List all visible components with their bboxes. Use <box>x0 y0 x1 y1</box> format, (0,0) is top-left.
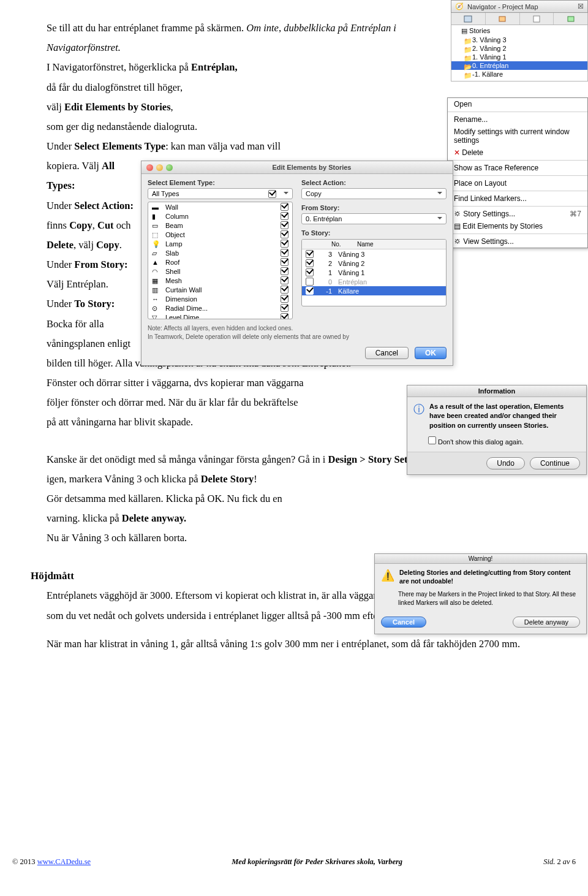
footer-link[interactable]: www.CADedu.se <box>37 857 91 866</box>
tree-item[interactable]: 📁1. Våning 1 <box>451 53 587 61</box>
info-titlebar[interactable]: Information <box>407 385 586 397</box>
checkbox[interactable] <box>281 221 288 229</box>
continue-button[interactable]: Continue <box>530 457 580 469</box>
traffic-close-icon[interactable] <box>146 164 153 171</box>
menu-trace-reference[interactable]: Show as Trace Reference <box>448 162 587 174</box>
menu-modify-settings[interactable]: Modify settings with current window sett… <box>448 126 587 146</box>
dialog-title: Edit Elements by Stories <box>176 164 448 171</box>
radial-dim-icon: ⊙ <box>152 305 160 311</box>
to-story-row: 2Våning 2 <box>302 259 446 268</box>
beam-icon: ▭ <box>152 222 160 229</box>
menu-rename[interactable]: Rename... <box>448 113 587 126</box>
warning-cancel-button[interactable]: Cancel <box>381 617 426 628</box>
checkbox[interactable] <box>281 258 288 266</box>
tree-item[interactable]: 📁2. Våning 2 <box>451 44 587 53</box>
checkbox[interactable] <box>281 240 288 248</box>
type-row: ▮Column <box>148 211 292 221</box>
checkbox[interactable] <box>281 230 288 238</box>
checkbox[interactable] <box>281 249 288 257</box>
from-story-dropdown[interactable]: 0. Entréplan <box>301 213 447 224</box>
element-type-list[interactable]: ▬Wall ▮Column ▭Beam ⬚Object 💡Lamp ▱Slab … <box>148 202 293 319</box>
menu-edit-elements-by-stories[interactable]: ▤ Edit Elements by Stories <box>448 220 587 232</box>
type-row: ▥Curtain Wall <box>148 285 292 294</box>
checkbox[interactable] <box>281 203 288 211</box>
tree-item[interactable]: 📁-1. Källare <box>451 70 587 78</box>
type-row: ▱Slab <box>148 248 292 257</box>
checkbox[interactable] <box>281 267 288 275</box>
edit-elements-dialog: Edit Elements by Stories Select Element … <box>141 161 453 366</box>
mesh-icon: ▦ <box>152 277 160 284</box>
type-row: ▽Level Dime... <box>148 313 292 319</box>
checkbox[interactable] <box>281 313 288 319</box>
dialog-titlebar[interactable]: Edit Elements by Stories <box>141 161 453 174</box>
checkbox[interactable] <box>281 295 288 303</box>
info-icon: ⓘ <box>413 402 424 430</box>
house-icon: ▤ <box>461 27 467 34</box>
page-footer: © 2013 www.CADedu.se Med kopieringsrätt … <box>0 857 588 867</box>
checkbox[interactable] <box>306 287 314 295</box>
menu-open[interactable]: Open <box>448 98 587 110</box>
lamp-icon: 💡 <box>152 240 160 247</box>
dont-show-checkbox[interactable] <box>428 436 436 444</box>
checkbox[interactable] <box>281 212 288 220</box>
checkbox <box>306 278 314 286</box>
type-row: ⊙Radial Dime... <box>148 303 292 313</box>
action-dropdown[interactable]: Copy <box>301 188 447 199</box>
level-dim-icon: ▽ <box>152 314 160 319</box>
navigator-tabs <box>451 13 588 25</box>
column-icon: ▮ <box>152 213 160 219</box>
shortcut: ⌘7 <box>570 210 581 218</box>
to-story-list[interactable]: No.Name 3Våning 3 2Våning 2 1Våning 1 0E… <box>301 239 447 306</box>
tab-publisher[interactable] <box>554 13 587 25</box>
wall-icon: ▬ <box>152 203 160 210</box>
menu-separator <box>448 191 587 191</box>
navigator-palette: 🧭 Navigator - Project Map ☒ ▤ Stories 📁3… <box>451 0 588 82</box>
warning-message: Deleting Stories and deleting/cutting fr… <box>399 569 580 585</box>
close-icon[interactable]: ☒ <box>578 2 584 10</box>
stories-icon: ▤ <box>454 222 462 230</box>
warning-titlebar[interactable]: Warning! <box>375 554 586 564</box>
tree-item[interactable]: 📁3. Våning 3 <box>451 36 587 44</box>
tree-root-stories[interactable]: ▤ Stories <box>451 26 587 36</box>
navigator-title: Navigator - Project Map <box>467 3 538 10</box>
compass-icon: 🧭 <box>455 2 464 10</box>
undo-button[interactable]: Undo <box>486 457 525 469</box>
shell-icon: ◠ <box>152 268 160 275</box>
type-row: ▬Wall <box>148 202 292 211</box>
delete-anyway-button[interactable]: Delete anyway <box>513 617 580 628</box>
checkbox[interactable] <box>281 304 288 312</box>
traffic-minimize-icon[interactable] <box>156 164 163 171</box>
checkbox[interactable] <box>306 259 314 267</box>
tree-item-selected[interactable]: 📂0. Entréplan <box>451 61 587 70</box>
type-row: ⬚Object <box>148 230 292 239</box>
tab-view-map[interactable] <box>486 13 520 25</box>
tab-project-map[interactable] <box>451 13 486 25</box>
label-select-element-type: Select Element Type: <box>148 179 293 186</box>
label-select-action: Select Action: <box>301 179 447 186</box>
context-menu: Open Rename... Modify settings with curr… <box>447 97 588 248</box>
checkbox[interactable] <box>281 276 288 284</box>
warning-subtext: There may be Markers in the Project link… <box>398 590 580 607</box>
slab-icon: ▱ <box>152 249 160 256</box>
checkbox[interactable] <box>306 250 314 258</box>
traffic-zoom-icon[interactable] <box>166 164 173 171</box>
checkbox[interactable] <box>306 268 314 276</box>
ok-button[interactable]: OK <box>415 347 447 359</box>
menu-place-on-layout[interactable]: Place on Layout <box>448 177 587 189</box>
menu-delete[interactable]: ✕ Delete <box>448 146 587 159</box>
menu-view-settings[interactable]: ⛭ View Settings... <box>448 235 587 248</box>
checkbox-icon <box>268 190 276 198</box>
object-icon: ⬚ <box>152 231 160 238</box>
menu-story-settings[interactable]: ⛭ Story Settings...⌘7 <box>448 208 587 220</box>
checkbox[interactable] <box>281 286 288 294</box>
all-types-dropdown[interactable]: All Types <box>148 188 293 199</box>
to-story-row-disabled: 0Entréplan <box>302 277 446 286</box>
cancel-button[interactable]: Cancel <box>365 347 409 359</box>
svg-rect-2 <box>533 16 540 22</box>
type-row: ◠Shell <box>148 267 292 276</box>
dimension-icon: ↔ <box>152 295 160 302</box>
navigator-titlebar[interactable]: 🧭 Navigator - Project Map ☒ <box>451 0 588 13</box>
gear-icon: ⛭ <box>454 237 463 246</box>
menu-find-linked-markers[interactable]: Find Linked Markers... <box>448 192 587 205</box>
tab-layout-book[interactable] <box>520 13 554 25</box>
